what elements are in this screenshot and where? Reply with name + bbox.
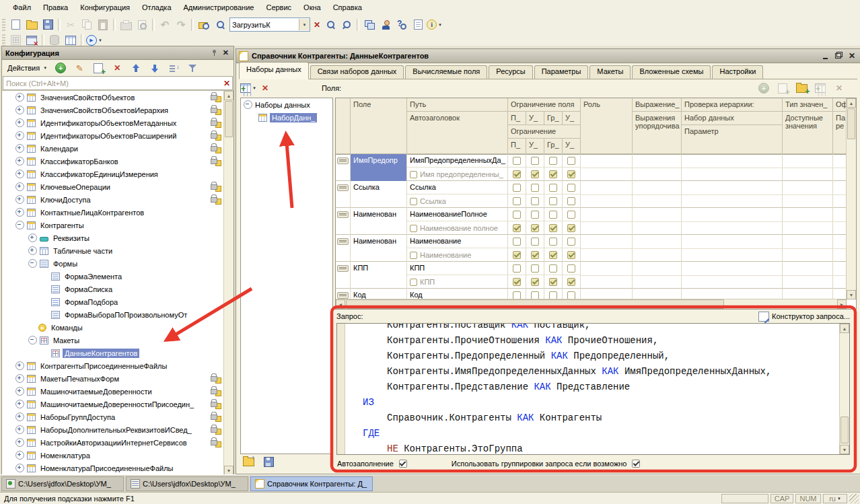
attr-restriction-checkbox[interactable] [531, 197, 539, 205]
restriction-checkbox[interactable] [567, 291, 575, 299]
tree-item-реквизиты[interactable]: Реквизиты [2, 231, 234, 244]
field-title-cell[interactable]: Наименование полное [407, 221, 508, 235]
clear-search-icon[interactable]: ✕ [221, 79, 232, 88]
new-document-button[interactable] [8, 18, 23, 32]
tree-item-формы[interactable]: Формы [2, 257, 234, 270]
save-file-button[interactable] [40, 18, 55, 32]
expand-icon[interactable] [15, 412, 24, 421]
cut-button[interactable] [63, 18, 78, 32]
expand-icon[interactable] [15, 93, 24, 102]
title-checkbox[interactable] [410, 225, 417, 232]
query-builder-link[interactable]: Конструктор запроса... [758, 312, 850, 322]
toolbar-grip[interactable] [2, 34, 5, 46]
title-checkbox[interactable] [410, 279, 417, 286]
expand-icon[interactable] [15, 157, 24, 166]
taskbar-tab-3[interactable]: Справочник Контрагенты: Д_ [250, 476, 373, 491]
clear-combobox-icon[interactable]: ✕ [312, 20, 322, 30]
tree-item-значениясвойствобъектов[interactable]: ЗначенияСвойствОбъектов [2, 91, 234, 104]
add-dataset-button[interactable]: ▼ [240, 81, 256, 95]
menu-item-5[interactable]: Администрирование [178, 1, 260, 13]
tab-связи-наборов-данных[interactable]: Связи наборов данных [310, 65, 404, 79]
field-path-cell[interactable]: Ссылка [407, 181, 508, 194]
menu-item-6[interactable]: Сервис [260, 1, 297, 13]
header-cell-col_type_sub[interactable]: Доступные значения [783, 112, 833, 154]
field-name-cell[interactable]: Наименован [351, 208, 407, 235]
header-cell-col_hierarchy_sub1[interactable]: Набор данных [682, 112, 783, 125]
restriction-checkbox[interactable] [567, 238, 575, 246]
tree-item-ключидоступа[interactable]: КлючиДоступа [2, 193, 234, 206]
window-titlebar[interactable]: Справочник Контрагенты: ДанныеКонтрагент… [236, 49, 860, 63]
menu-item-1[interactable]: Файл [7, 1, 37, 13]
tree-item-данныеконтрагентов[interactable]: ДанныеКонтрагентов [2, 347, 234, 359]
restriction-checkbox[interactable] [549, 157, 557, 165]
attr-restriction-checkbox[interactable] [531, 170, 539, 178]
header-cell-mini-1[interactable]: У_ [526, 139, 544, 154]
restriction-checkbox[interactable] [531, 184, 539, 192]
attr-restriction-checkbox[interactable] [531, 224, 539, 232]
header-cell-mini-0[interactable]: П_ [508, 112, 526, 125]
attr-restriction-checkbox[interactable] [549, 197, 557, 205]
datasets-root-row[interactable]: Наборы данных [241, 98, 332, 111]
restriction-checkbox[interactable] [567, 211, 575, 219]
tab-вложенные-схемы[interactable]: Вложенные схемы [632, 65, 711, 79]
expand-icon[interactable] [15, 208, 24, 217]
close-configuration-button[interactable] [24, 34, 39, 47]
scroll-down-icon[interactable]: ▼ [840, 445, 849, 454]
search-combobox-input[interactable] [230, 21, 299, 29]
tree-item-идентификаторыобъектоврасширений[interactable]: ИдентификаторыОбъектовРасширений [2, 129, 234, 142]
tree-item-ключевыеоперации[interactable]: КлючевыеОперации [2, 180, 234, 193]
header-cell-col_hierarchy_sub2[interactable]: Параметр [682, 125, 783, 154]
restriction-checkbox[interactable] [513, 184, 521, 192]
header-cell-col_hierarchy[interactable]: Проверка иерархии: [682, 98, 783, 112]
restriction-checkbox[interactable] [531, 291, 539, 299]
header-cell-design-sub[interactable]: Паре [833, 112, 847, 154]
delete-button[interactable] [111, 63, 123, 73]
attr-restriction-checkbox[interactable] [549, 224, 557, 232]
expand-icon[interactable] [28, 233, 37, 242]
menu-item-3[interactable]: Конфигурация [74, 1, 136, 13]
restriction-checkbox[interactable] [549, 184, 557, 192]
close-button[interactable]: ✕ [847, 51, 857, 61]
attr-restriction-checkbox[interactable] [567, 170, 575, 178]
tree-item-машиночитаемыедоверенностиприсоедин_[interactable]: МашиночитаемыеДоверенностиПрисоедин_ [2, 398, 234, 410]
restriction-checkbox[interactable] [513, 291, 521, 299]
attr-restriction-checkbox[interactable] [513, 224, 521, 232]
taskbar-tab-2[interactable]: C:\Users\jdfox\Desktop\УМ_ [126, 476, 248, 491]
title-checkbox[interactable] [410, 198, 417, 205]
scroll-down-icon[interactable]: ▼ [847, 290, 856, 299]
tree-item-контрагенты[interactable]: Контрагенты [2, 219, 234, 231]
print-button[interactable] [118, 18, 133, 32]
tab-макеты[interactable]: Макеты [589, 65, 631, 79]
tree-item-наборыдополнительныхреквизитовисвед_[interactable]: НаборыДополнительныхРеквизитовИСвед_ [2, 423, 234, 436]
menu-item-7[interactable]: Окна [297, 1, 327, 13]
restriction-checkbox[interactable] [549, 211, 557, 219]
start-debugging-button[interactable]: ▼ [86, 34, 102, 47]
expand-icon[interactable] [15, 438, 24, 447]
field-add-copy-button[interactable] [775, 81, 790, 95]
expand-icon[interactable] [28, 246, 37, 255]
scroll-left-icon[interactable]: ◄ [336, 299, 345, 309]
restriction-checkbox[interactable] [567, 264, 575, 273]
field-add-button[interactable] [756, 81, 771, 95]
attr-restriction-checkbox[interactable] [567, 197, 575, 205]
restore-button[interactable] [833, 51, 844, 61]
header-cell-col_type[interactable]: Тип значен_ [783, 98, 833, 112]
tree-item-макетыпечатныхформ[interactable]: МакетыПечатныхФорм [2, 372, 234, 385]
tab-наборы-данных[interactable]: Наборы данных [239, 62, 309, 79]
field-delete-button[interactable] [832, 81, 847, 95]
field-title-cell[interactable]: Наименование [407, 248, 508, 262]
restriction-checkbox[interactable] [549, 291, 557, 299]
header-cell-col_field_restriction[interactable]: Ограничение поля [508, 98, 581, 112]
close-icon[interactable]: ✕ [221, 48, 230, 57]
header-cell-col_role[interactable]: Роль [581, 98, 633, 154]
tree-item-команды[interactable]: Команды [2, 321, 234, 334]
field-title-cell[interactable]: КПП [407, 275, 508, 289]
expand-icon[interactable] [15, 131, 24, 140]
restriction-checkbox[interactable] [531, 157, 539, 165]
drag-handle[interactable] [337, 184, 349, 191]
paste-button[interactable] [96, 18, 110, 32]
header-cell-col_attr_restriction[interactable]: Ограничение рекв_ [508, 125, 581, 139]
field-path-cell[interactable]: НаименованиеПолное [407, 208, 508, 221]
field-name-cell[interactable]: КПП [351, 262, 407, 289]
attr-restriction-checkbox[interactable] [549, 251, 557, 259]
